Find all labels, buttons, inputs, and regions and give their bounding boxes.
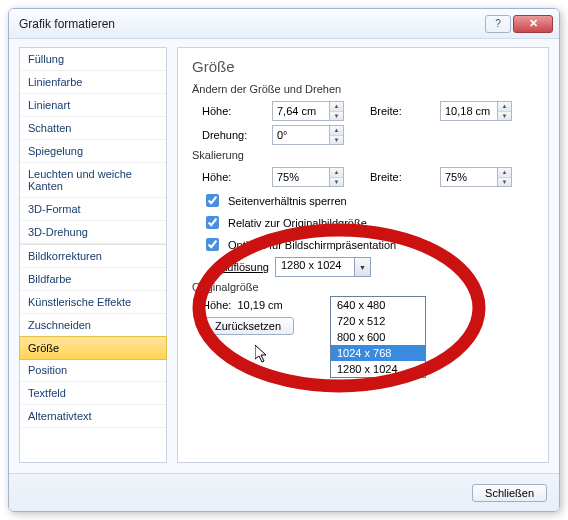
- resolution-option[interactable]: 640 x 480: [331, 297, 425, 313]
- sidebar-item-glow[interactable]: Leuchten und weiche Kanten: [20, 163, 166, 198]
- scale-width-label: Breite:: [370, 171, 432, 183]
- section-resize-rotate: Ändern der Größe und Drehen: [192, 83, 534, 95]
- height-input[interactable]: [273, 102, 329, 120]
- panel-heading: Größe: [192, 58, 534, 75]
- help-button[interactable]: ?: [485, 15, 511, 33]
- height-label: Höhe:: [202, 105, 264, 117]
- sidebar-item-shadow[interactable]: Schatten: [20, 117, 166, 140]
- dropdown-arrow-icon[interactable]: ▼: [354, 258, 370, 276]
- sidebar-item-linecolor[interactable]: Linienfarbe: [20, 71, 166, 94]
- relative-original-checkbox[interactable]: [206, 216, 219, 229]
- scale-height-spinbox[interactable]: ▲▼: [272, 167, 344, 187]
- titlebar: Grafik formatieren ? ✕: [9, 9, 559, 39]
- scale-height-spin-buttons[interactable]: ▲▼: [329, 168, 343, 186]
- dialog-title: Grafik formatieren: [19, 17, 483, 31]
- scale-width-input[interactable]: [441, 168, 497, 186]
- resolution-option[interactable]: 1280 x 1024: [331, 361, 425, 377]
- sidebar-item-size[interactable]: Größe: [19, 336, 167, 360]
- rotation-spin-buttons[interactable]: ▲▼: [329, 126, 343, 144]
- section-scaling: Skalierung: [192, 149, 534, 161]
- section-original-size: Originalgröße: [192, 281, 534, 293]
- sidebar-item-position[interactable]: Position: [20, 359, 166, 382]
- scale-width-spin-buttons[interactable]: ▲▼: [497, 168, 511, 186]
- height-spinbox[interactable]: ▲▼: [272, 101, 344, 121]
- optimal-screen-label: Optimal für Bildschirmpräsentation: [228, 239, 396, 251]
- category-sidebar: Füllung Linienfarbe Linienart Schatten S…: [19, 47, 167, 463]
- lock-aspect-checkbox[interactable]: [206, 194, 219, 207]
- resolution-dropdown[interactable]: ▼: [275, 257, 371, 277]
- close-x-button[interactable]: ✕: [513, 15, 553, 33]
- sidebar-item-linestyle[interactable]: Linienart: [20, 94, 166, 117]
- resolution-option[interactable]: 1024 x 768: [331, 345, 425, 361]
- close-button[interactable]: Schließen: [472, 484, 547, 502]
- rotation-spinbox[interactable]: ▲▼: [272, 125, 344, 145]
- resolution-option[interactable]: 800 x 600: [331, 329, 425, 345]
- size-panel: Größe Ändern der Größe und Drehen Höhe: …: [177, 47, 549, 463]
- scale-height-input[interactable]: [273, 168, 329, 186]
- resolution-label: Auflösung: [220, 261, 269, 273]
- sidebar-item-artistic[interactable]: Künstlerische Effekte: [20, 291, 166, 314]
- relative-original-label: Relativ zur Originalbildgröße: [228, 217, 367, 229]
- rotation-input[interactable]: [273, 126, 329, 144]
- sidebar-item-3drotation[interactable]: 3D-Drehung: [20, 221, 166, 244]
- width-spinbox[interactable]: ▲▼: [440, 101, 512, 121]
- scale-height-label: Höhe:: [202, 171, 264, 183]
- sidebar-item-alttext[interactable]: Alternativtext: [20, 405, 166, 428]
- reset-button[interactable]: Zurücksetzen: [202, 317, 294, 335]
- sidebar-item-picturecolor[interactable]: Bildfarbe: [20, 268, 166, 291]
- orig-height-label: Höhe:: [202, 299, 231, 311]
- rotation-label: Drehung:: [202, 129, 264, 141]
- sidebar-item-textbox[interactable]: Textfeld: [20, 382, 166, 405]
- sidebar-item-fill[interactable]: Füllung: [20, 48, 166, 71]
- dialog-body: Füllung Linienfarbe Linienart Schatten S…: [9, 39, 559, 473]
- resolution-value[interactable]: [276, 258, 354, 271]
- sidebar-item-3dformat[interactable]: 3D-Format: [20, 198, 166, 221]
- resolution-dropdown-list[interactable]: 640 x 480 720 x 512 800 x 600 1024 x 768…: [330, 296, 426, 378]
- width-input[interactable]: [441, 102, 497, 120]
- width-label: Breite:: [370, 105, 432, 117]
- orig-height-value: 10,19 cm: [237, 299, 282, 311]
- scale-width-spinbox[interactable]: ▲▼: [440, 167, 512, 187]
- sidebar-item-crop[interactable]: Zuschneiden: [20, 314, 166, 337]
- sidebar-item-corrections[interactable]: Bildkorrekturen: [20, 244, 166, 268]
- optimal-screen-checkbox[interactable]: [206, 238, 219, 251]
- format-graphic-dialog: Grafik formatieren ? ✕ Füllung Linienfar…: [8, 8, 560, 512]
- resolution-option[interactable]: 720 x 512: [331, 313, 425, 329]
- width-spin-buttons[interactable]: ▲▼: [497, 102, 511, 120]
- height-spin-buttons[interactable]: ▲▼: [329, 102, 343, 120]
- lock-aspect-label: Seitenverhältnis sperren: [228, 195, 347, 207]
- dialog-footer: Schließen: [9, 473, 559, 511]
- sidebar-item-reflection[interactable]: Spiegelung: [20, 140, 166, 163]
